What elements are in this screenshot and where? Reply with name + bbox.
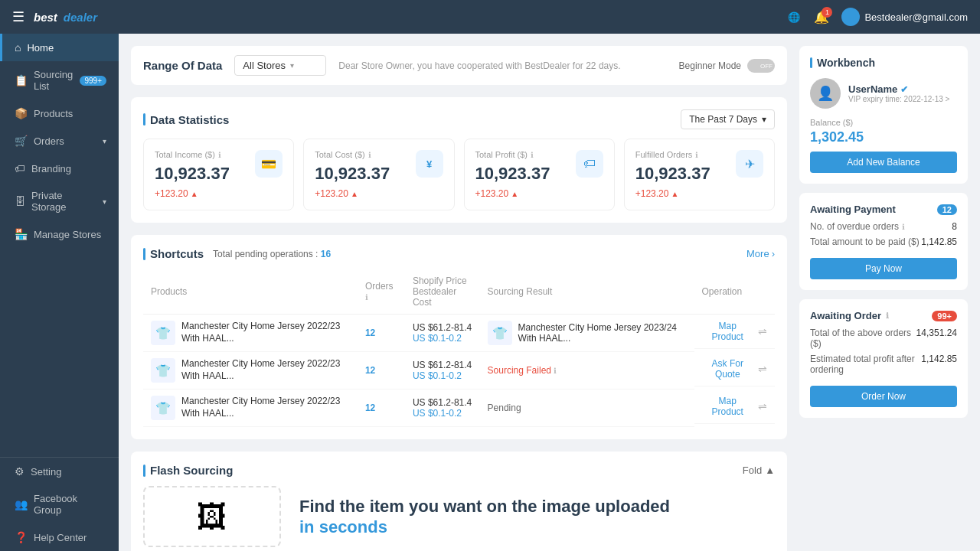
date-range-dropdown[interactable]: The Past 7 Days ▾ [681,109,775,129]
awaiting-order-badge: 99+ [932,311,957,321]
info-icon[interactable]: ℹ [902,223,905,231]
chevron-right-icon: › [772,248,775,259]
product-cell: 👕 Manchester City Home Jersey 2022/23 Wi… [151,358,350,383]
arrow-up-icon: ▲ [351,190,358,198]
verified-icon: ✔ [900,84,908,95]
sidebar-item-facebook-group[interactable]: 👥 Facebook Group [0,485,119,523]
range-of-data-bar: Range Of Data All Stores ▾ Dear Store Ow… [131,46,787,85]
settings-icon[interactable]: ⇌ [758,363,767,375]
product-cell: 👕 Manchester City Home Jersey 2022/23 Wi… [151,396,350,420]
flash-text: Find the item you want on the image uplo… [299,496,775,538]
stat-icon: ✈ [736,150,763,178]
flash-upload-area[interactable]: 🖼 [143,486,281,547]
arrow-up-icon: ▲ [671,190,678,198]
shopify-price: US $61.2-81.4 [413,397,472,408]
store-select-value: All Stores [243,60,286,71]
info-icon[interactable]: ℹ [886,311,889,320]
info-icon[interactable]: ℹ [554,367,557,375]
chevron-down-icon: ▾ [290,61,294,70]
username: UserName ✔ [848,83,949,95]
add-new-balance-button[interactable]: Add New Balance [810,152,957,173]
sidebar-item-label: Private Storage [31,190,96,213]
image-placeholder-icon: 🖼 [197,500,227,534]
awaiting-order-card: Awaiting Order ℹ 99+ Total of the above … [799,299,968,418]
workbench-title: Workbench [810,57,957,69]
ask-for-quote-button[interactable]: Ask For Quote [702,358,754,380]
order-count[interactable]: 12 [365,403,375,413]
user-menu[interactable]: Bestdealer@gmail.com [841,8,968,26]
info-icon[interactable]: ℹ [218,151,221,159]
notification-bell[interactable]: 🔔 1 [814,10,829,24]
chevron-down-icon: ▾ [103,137,106,145]
order-count[interactable]: 12 [365,365,375,376]
profit-row: Estimated total profit after ordering 1,… [810,354,957,375]
total-orders-label: Total of the above orders ($) [810,328,916,349]
map-product-button[interactable]: Map Product [702,321,754,342]
product-name: Manchester City Home Jersey 2022/23 With… [181,396,350,419]
chevron-down-icon: ▾ [103,197,106,206]
sourcing-result-cell: 👕 Manchester City Home Jersey 2023/24 Wi… [488,321,687,345]
table-row: 👕 Manchester City Home Jersey 2022/23 Wi… [143,390,775,427]
sidebar-item-setting[interactable]: ⚙ Setting [0,458,119,485]
result-thumbnail: 👕 [488,321,512,345]
bestdealer-cost: US $0.1-0.2 [413,370,472,381]
awaiting-payment-card: Awaiting Payment 12 No. of overdue order… [799,193,968,290]
flash-subheading: in seconds [299,517,775,537]
sidebar-item-manage-stores[interactable]: 🏪 Manage Stores [0,220,119,248]
products-icon: 📦 [15,107,28,119]
sidebar-item-private-storage[interactable]: 🗄 Private Storage ▾ [0,182,119,220]
user-avatar: 👤 [810,78,841,109]
statistics-header: Data Statistics The Past 7 Days ▾ [143,109,775,129]
orders-icon: 🛒 [15,135,28,147]
awaiting-payment-badge: 12 [937,204,957,215]
help-icon: ❓ [15,531,28,543]
fold-button[interactable]: Fold ▲ [743,465,775,476]
toggle-switch[interactable] [747,59,775,73]
content-area: Range Of Data All Stores ▾ Dear Store Ow… [131,46,787,539]
vip-expiry[interactable]: VIP expiry time: 2022-12-13 > [848,95,949,103]
sidebar-item-branding[interactable]: 🏷 Branding [0,155,119,182]
data-statistics-card: Data Statistics The Past 7 Days ▾ Total … [131,97,787,223]
stat-total-cost: Total Cost ($) ℹ 10,923.37 +123.20 ▲ ¥ [303,139,454,210]
awaiting-order-header: Awaiting Order ℹ 99+ [810,310,957,321]
beginner-mode-toggle[interactable]: Beginner Mode [679,59,775,73]
sidebar-item-label: Products [34,108,73,119]
home-icon: ⌂ [15,41,21,54]
sidebar-item-products[interactable]: 📦 Products [0,99,119,127]
storage-icon: 🗄 [15,195,25,207]
pay-now-button[interactable]: Pay Now [810,258,957,279]
settings-icon[interactable]: ⇌ [758,400,767,412]
sidebar-item-orders[interactable]: 🛒 Orders ▾ [0,127,119,155]
order-count[interactable]: 12 [365,328,375,338]
map-product-button[interactable]: Map Product [702,396,754,417]
range-message: Dear Store Owner, you have cooperated wi… [338,60,666,71]
more-link[interactable]: More › [746,248,775,259]
store-select-dropdown[interactable]: All Stores ▾ [234,55,326,76]
info-icon[interactable]: ℹ [365,293,368,302]
awaiting-payment-title: Awaiting Payment [810,204,896,215]
sidebar-item-home[interactable]: ⌂ Home [0,34,119,61]
hamburger-icon[interactable]: ☰ [12,8,24,25]
info-icon[interactable]: ℹ [368,151,371,159]
col-orders: Orders ℹ [358,269,405,315]
shortcuts-card: Shortcuts Total pending operations : 16 … [131,235,787,439]
globe-icon[interactable]: 🌐 [786,9,802,24]
sidebar-item-help-center[interactable]: ❓ Help Center [0,523,119,551]
stat-change: +123.20 ▲ [155,188,283,199]
order-now-button[interactable]: Order Now [810,386,957,407]
date-range-value: The Past 7 Days [689,114,757,125]
stat-total-income: Total Income ($) ℹ 10,923.37 +123.20 ▲ 💳 [143,139,294,210]
stat-change: +123.20 ▲ [315,188,443,199]
arrow-up-icon: ▲ [191,190,198,198]
sidebar-item-sourcing-list[interactable]: 📋 Sourcing List 999+ [0,61,119,99]
table-row: 👕 Manchester City Home Jersey 2022/23 Wi… [143,352,775,390]
notification-count: 1 [822,7,832,18]
user-email: Bestdealer@gmail.com [864,11,968,23]
profit-value: 1,142.85 [921,354,957,375]
info-icon[interactable]: ℹ [531,151,534,159]
info-icon[interactable]: ℹ [695,151,698,159]
settings-icon[interactable]: ⇌ [758,325,767,337]
overdue-orders-row: No. of overdue orders ℹ 8 [810,221,957,232]
product-name: Manchester City Home Jersey 2022/23 With… [181,358,350,382]
sidebar-item-label: Help Center [34,532,87,543]
